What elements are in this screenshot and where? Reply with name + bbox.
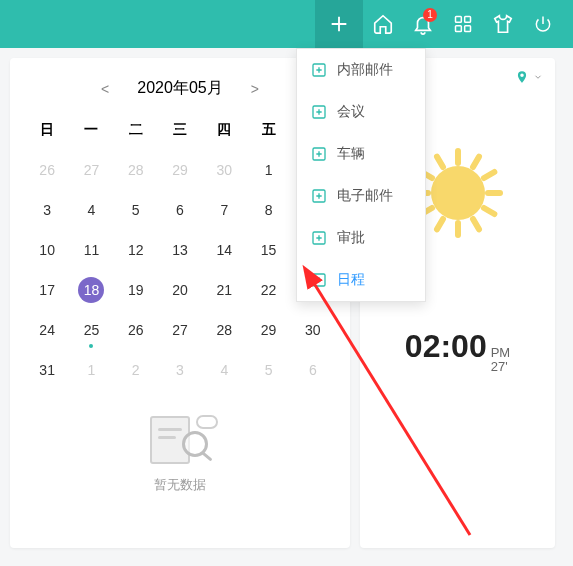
location-pin-icon xyxy=(515,70,529,84)
calendar-day[interactable]: 28 xyxy=(114,157,158,183)
calendar-day[interactable]: 4 xyxy=(69,197,113,223)
calendar-dow: 一 xyxy=(69,117,113,143)
calendar-day[interactable]: 24 xyxy=(25,317,69,343)
calendar-day[interactable]: 5 xyxy=(246,357,290,383)
calendar-day[interactable]: 20 xyxy=(158,277,202,303)
clock-time: 02:00 xyxy=(405,328,487,365)
empty-state: 暂无数据 xyxy=(25,413,335,494)
calendar-day[interactable]: 8 xyxy=(246,197,290,223)
new-item-icon xyxy=(311,272,327,288)
calendar-day[interactable]: 26 xyxy=(114,317,158,343)
dropdown-item-label: 审批 xyxy=(337,229,365,247)
new-item-icon xyxy=(311,104,327,120)
calendar-day[interactable]: 27 xyxy=(69,157,113,183)
calendar-title: 2020年05月 xyxy=(137,78,222,99)
apps-button[interactable] xyxy=(443,0,483,48)
calendar-day[interactable]: 19 xyxy=(114,277,158,303)
calendar-day[interactable]: 27 xyxy=(158,317,202,343)
shirt-icon xyxy=(492,13,514,35)
power-button[interactable] xyxy=(523,0,563,48)
calendar-day[interactable]: 7 xyxy=(202,197,246,223)
add-dropdown: 内部邮件会议车辆电子邮件审批日程 xyxy=(296,48,426,302)
power-icon xyxy=(533,14,553,34)
dropdown-item[interactable]: 审批 xyxy=(297,217,425,259)
calendar-dow: 三 xyxy=(158,117,202,143)
new-item-icon xyxy=(311,230,327,246)
weather-temperature: 27' xyxy=(491,360,511,374)
dropdown-item-label: 车辆 xyxy=(337,145,365,163)
clock-meridiem: PM xyxy=(491,346,511,360)
dropdown-item[interactable]: 内部邮件 xyxy=(297,49,425,91)
calendar-day[interactable]: 26 xyxy=(25,157,69,183)
calendar-day[interactable]: 28 xyxy=(202,317,246,343)
calendar-day[interactable]: 12 xyxy=(114,237,158,263)
calendar-header: < 2020年05月 > xyxy=(25,78,335,99)
dropdown-item-label: 日程 xyxy=(337,271,365,289)
empty-illustration xyxy=(140,413,220,468)
add-button[interactable] xyxy=(315,0,363,48)
apps-icon xyxy=(453,14,473,34)
calendar-day[interactable]: 14 xyxy=(202,237,246,263)
calendar-day[interactable]: 3 xyxy=(25,197,69,223)
top-header: 1 xyxy=(0,0,573,48)
calendar-day[interactable]: 15 xyxy=(246,237,290,263)
dropdown-item-label: 电子邮件 xyxy=(337,187,393,205)
sun-icon xyxy=(431,166,485,220)
svg-rect-1 xyxy=(465,17,471,23)
clock-display: 02:00 PM 27' xyxy=(370,328,545,375)
dropdown-item-label: 内部邮件 xyxy=(337,61,393,79)
calendar-day[interactable]: 29 xyxy=(246,317,290,343)
dropdown-item[interactable]: 日程 xyxy=(297,259,425,301)
calendar-dow: 四 xyxy=(202,117,246,143)
location-selector[interactable] xyxy=(515,70,543,84)
calendar-day[interactable]: 21 xyxy=(202,277,246,303)
calendar-dow: 五 xyxy=(246,117,290,143)
calendar-day[interactable]: 1 xyxy=(69,357,113,383)
calendar-day[interactable]: 31 xyxy=(25,357,69,383)
notifications-button[interactable]: 1 xyxy=(403,0,443,48)
home-button[interactable] xyxy=(363,0,403,48)
chevron-down-icon xyxy=(533,72,543,82)
calendar-day[interactable]: 3 xyxy=(158,357,202,383)
calendar-day[interactable]: 29 xyxy=(158,157,202,183)
calendar-grid: 日一二三四五六262728293012345678910111213141516… xyxy=(25,117,335,383)
dropdown-item[interactable]: 会议 xyxy=(297,91,425,133)
calendar-day[interactable]: 30 xyxy=(291,317,335,343)
calendar-day[interactable]: 13 xyxy=(158,237,202,263)
svg-rect-2 xyxy=(456,26,462,32)
new-item-icon xyxy=(311,146,327,162)
svg-rect-0 xyxy=(456,17,462,23)
home-icon xyxy=(372,13,394,35)
calendar-day[interactable]: 30 xyxy=(202,157,246,183)
svg-rect-3 xyxy=(465,26,471,32)
calendar-day[interactable]: 6 xyxy=(158,197,202,223)
calendar-day[interactable]: 2 xyxy=(114,357,158,383)
calendar-day[interactable]: 4 xyxy=(202,357,246,383)
calendar-day[interactable]: 10 xyxy=(25,237,69,263)
calendar-next[interactable]: > xyxy=(243,81,267,97)
empty-text: 暂无数据 xyxy=(25,476,335,494)
calendar-day[interactable]: 25 xyxy=(69,317,113,343)
calendar-prev[interactable]: < xyxy=(93,81,117,97)
calendar-day[interactable]: 18 xyxy=(78,277,104,303)
calendar-dow: 二 xyxy=(114,117,158,143)
calendar-day[interactable]: 11 xyxy=(69,237,113,263)
notification-badge: 1 xyxy=(423,8,437,22)
new-item-icon xyxy=(311,188,327,204)
calendar-day[interactable]: 17 xyxy=(25,277,69,303)
theme-button[interactable] xyxy=(483,0,523,48)
calendar-dow: 日 xyxy=(25,117,69,143)
dropdown-item[interactable]: 电子邮件 xyxy=(297,175,425,217)
plus-icon xyxy=(328,13,350,35)
calendar-day[interactable]: 6 xyxy=(291,357,335,383)
dropdown-item-label: 会议 xyxy=(337,103,365,121)
calendar-day[interactable]: 1 xyxy=(246,157,290,183)
new-item-icon xyxy=(311,62,327,78)
dropdown-item[interactable]: 车辆 xyxy=(297,133,425,175)
calendar-day[interactable]: 22 xyxy=(246,277,290,303)
calendar-day[interactable]: 5 xyxy=(114,197,158,223)
